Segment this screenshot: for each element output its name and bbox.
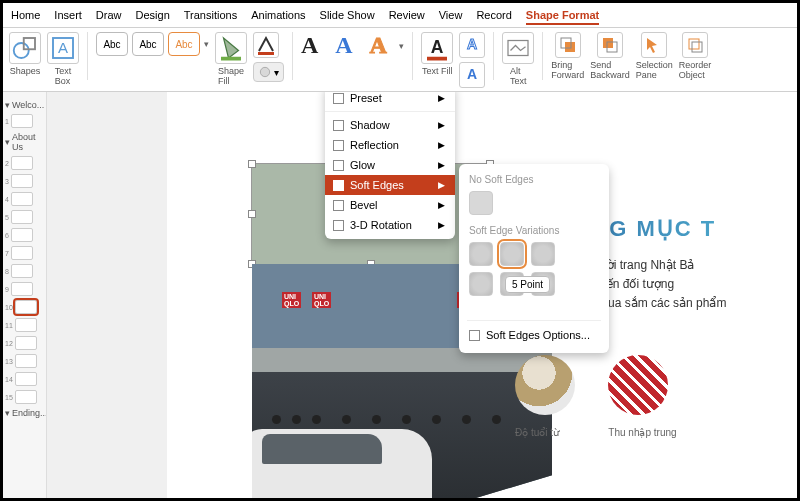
svg-text:A: A <box>58 39 68 56</box>
tab-view[interactable]: View <box>439 7 463 25</box>
ribbon: Shapes A Text Box Abc Abc Abc ▾ Shape Fi… <box>3 28 797 92</box>
tab-animations[interactable]: Animations <box>251 7 305 25</box>
section-ending[interactable]: Ending... <box>12 408 47 418</box>
tab-review[interactable]: Review <box>389 7 425 25</box>
chevron-down-icon[interactable]: ▾ <box>5 100 10 110</box>
send-backward-button[interactable]: Send Backward <box>590 32 630 80</box>
text-fill-label: Text Fill <box>422 66 453 76</box>
alt-text-label: Alt Text <box>510 66 527 86</box>
menu-preset[interactable]: Preset▶ <box>325 92 455 108</box>
text-effects-button[interactable]: A <box>459 62 485 88</box>
tab-transitions[interactable]: Transitions <box>184 7 237 25</box>
menu-shadow[interactable]: Shadow▶ <box>325 115 455 135</box>
style-preset-3[interactable]: Abc <box>168 32 200 56</box>
textbox-button[interactable]: A Text Box <box>47 32 79 86</box>
send-backward-label: Send Backward <box>590 60 630 80</box>
menu-glow[interactable]: Glow▶ <box>325 155 455 175</box>
svg-rect-14 <box>603 38 613 48</box>
slide-thumbnails[interactable]: ▾Welco... 1 ▾About Us 2 3 4 5 6 7 8 9 10… <box>3 92 47 499</box>
section-about-us[interactable]: About Us <box>12 132 44 152</box>
variations-label: Soft Edge Variations <box>469 225 601 236</box>
softedge-variation-3[interactable] <box>531 242 555 266</box>
shape-effects-button[interactable]: ▾ <box>253 62 284 82</box>
menu-tabs: Home Insert Draw Design Transitions Anim… <box>3 3 797 28</box>
selection-pane-label: Selection Pane <box>636 60 673 80</box>
svg-point-6 <box>260 67 269 76</box>
style-more-icon[interactable]: ▾ <box>204 39 209 49</box>
style-preset-2[interactable]: Abc <box>132 32 164 56</box>
reorder-label: Reorder Object <box>679 60 712 80</box>
selection-pane-button[interactable]: Selection Pane <box>636 32 673 80</box>
chevron-down-icon[interactable]: ▾ <box>5 137 10 147</box>
circle-image-1 <box>515 355 575 415</box>
softedge-variation-4[interactable] <box>469 272 493 296</box>
wordart-style-1[interactable]: A <box>301 32 318 59</box>
tab-insert[interactable]: Insert <box>54 7 82 25</box>
svg-text:A: A <box>431 37 444 57</box>
wordart-style-3[interactable]: A <box>369 32 386 59</box>
menu-reflection[interactable]: Reflection▶ <box>325 135 455 155</box>
circle-image-2 <box>608 355 668 415</box>
tab-design[interactable]: Design <box>136 7 170 25</box>
menu-3d-rotation[interactable]: 3-D Rotation▶ <box>325 215 455 235</box>
tab-record[interactable]: Record <box>476 7 511 25</box>
svg-point-0 <box>14 43 29 58</box>
alt-text-button[interactable]: Alt Text <box>502 32 534 86</box>
text-outline-button[interactable]: A <box>459 32 485 58</box>
bring-forward-label: Bring Forward <box>551 60 584 80</box>
menu-bevel[interactable]: Bevel▶ <box>325 195 455 215</box>
section-welcome[interactable]: Welco... <box>12 100 44 110</box>
shape-outline-button[interactable] <box>253 32 279 58</box>
textbox-label: Text Box <box>55 66 72 86</box>
svg-rect-17 <box>692 42 702 52</box>
tab-shape-format[interactable]: Shape Format <box>526 7 599 25</box>
caption-2: Thu nhập trung <box>608 425 698 441</box>
svg-rect-16 <box>689 39 699 49</box>
shapes-button[interactable]: Shapes <box>9 32 41 76</box>
tab-slideshow[interactable]: Slide Show <box>320 7 375 25</box>
reorder-button[interactable]: Reorder Object <box>679 32 712 80</box>
svg-text:A: A <box>467 66 477 82</box>
svg-rect-4 <box>221 57 241 61</box>
shapes-label: Shapes <box>10 66 41 76</box>
no-soft-edges-label: No Soft Edges <box>469 174 601 185</box>
softedge-variation-1[interactable] <box>469 242 493 266</box>
no-soft-edges-swatch[interactable] <box>469 191 493 215</box>
chevron-down-icon[interactable]: ▾ <box>5 408 10 418</box>
softedge-tooltip: 5 Point <box>505 276 550 293</box>
soft-edges-options[interactable]: Soft Edges Options... <box>467 325 601 345</box>
shape-fill-button[interactable]: Shape Fill <box>215 32 247 86</box>
shape-fill-label: Shape Fill <box>218 66 244 86</box>
wordart-style-2[interactable]: A <box>335 32 352 59</box>
svg-rect-5 <box>258 52 274 55</box>
bring-forward-button[interactable]: Bring Forward <box>551 32 584 80</box>
tab-draw[interactable]: Draw <box>96 7 122 25</box>
menu-soft-edges[interactable]: Soft Edges▶ <box>325 175 455 195</box>
softedge-variation-2[interactable] <box>500 242 524 266</box>
shape-effects-menu: Preset▶ Shadow▶ Reflection▶ Glow▶ Soft E… <box>325 92 455 239</box>
wordart-more-icon[interactable]: ▾ <box>399 41 404 51</box>
soft-edges-submenu: No Soft Edges Soft Edge Variations 5 Poi… <box>459 164 609 353</box>
svg-rect-8 <box>427 57 447 61</box>
slide-canvas[interactable]: UNI QLO UNI QLO UNI QLO UNI QLO H HƯỚNG … <box>47 92 797 499</box>
text-fill-button[interactable]: A Text Fill <box>421 32 453 76</box>
svg-text:A: A <box>467 36 477 52</box>
tab-home[interactable]: Home <box>11 7 40 25</box>
svg-rect-12 <box>565 42 575 52</box>
caption-1: Độ tuổi từ <box>515 425 605 441</box>
style-preset-1[interactable]: Abc <box>96 32 128 56</box>
